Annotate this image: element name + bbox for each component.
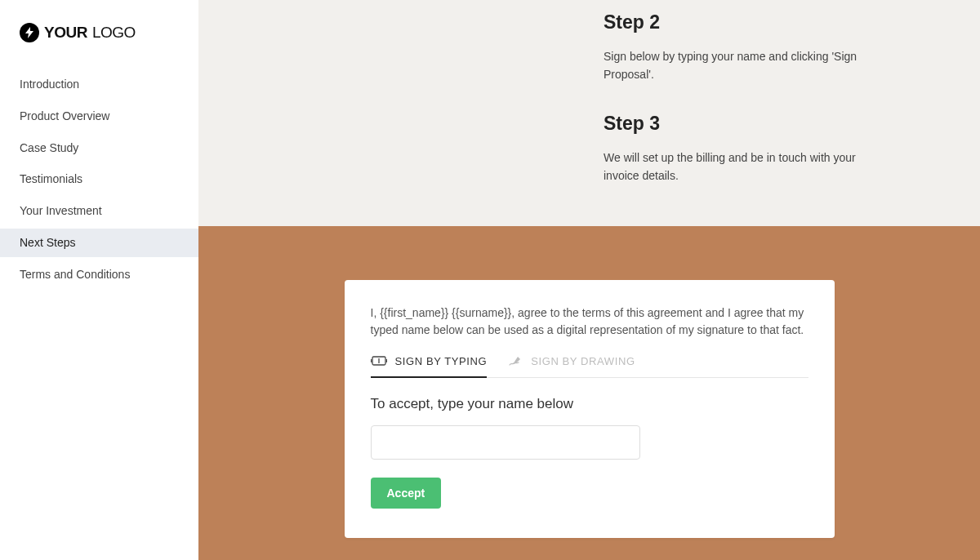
name-input[interactable] [371,425,640,460]
step3-title: Step 3 [604,113,873,135]
sign-card: I, {{first_name}} {{surname}}, agree to … [345,280,835,538]
steps-region: Step 2 Sign below by typing your name an… [198,0,980,226]
steps-inner: Step 2 Sign below by typing your name an… [604,11,873,185]
sidebar: YOURLOGO Introduction Product Overview C… [0,0,198,560]
nav-item-introduction[interactable]: Introduction [0,70,198,99]
step2-title: Step 2 [604,11,873,33]
nav-item-testimonials[interactable]: Testimonials [0,165,198,193]
nav-item-next-steps[interactable]: Next Steps [0,229,198,257]
step2-body: Sign below by typing your name and click… [604,48,873,83]
accept-button[interactable]: Accept [371,478,442,509]
tab-typing-label: SIGN BY TYPING [395,355,488,367]
keyboard-icon [371,355,387,367]
bolt-icon [20,23,39,42]
nav-item-product-overview[interactable]: Product Overview [0,102,198,131]
sign-tabs: SIGN BY TYPING SIGN BY DRAWING [371,355,808,378]
nav-item-terms-and-conditions[interactable]: Terms and Conditions [0,260,198,289]
logo: YOURLOGO [0,23,198,42]
sign-region: I, {{first_name}} {{surname}}, agree to … [198,226,980,560]
nav-item-your-investment[interactable]: Your Investment [0,197,198,225]
tab-sign-by-typing[interactable]: SIGN BY TYPING [371,355,488,377]
name-input-label: To accept, type your name below [371,396,808,412]
tab-drawing-label: SIGN BY DRAWING [531,355,635,367]
main: Step 2 Sign below by typing your name an… [198,0,980,560]
nav: Introduction Product Overview Case Study… [0,70,198,292]
pen-icon [508,355,523,367]
tab-sign-by-drawing[interactable]: SIGN BY DRAWING [508,355,635,377]
logo-text-secondary: LOGO [92,24,136,42]
step3-body: We will set up the billing and be in tou… [604,149,873,184]
nav-item-case-study[interactable]: Case Study [0,134,198,162]
agreement-text: I, {{first_name}} {{surname}}, agree to … [371,304,808,339]
logo-text-primary: YOUR [44,24,87,42]
